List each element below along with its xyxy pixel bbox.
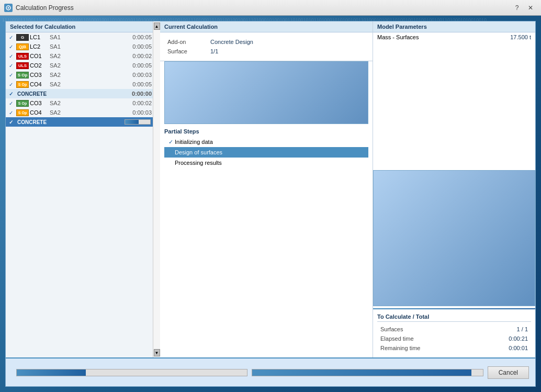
group-label-active: CONCRETE: [15, 119, 125, 125]
row-time: 0:00:00: [126, 91, 152, 97]
check-icon: ✓: [7, 44, 15, 50]
row-name: CO3: [30, 100, 50, 106]
mini-progress-fill: [125, 120, 139, 124]
app-icon: [4, 4, 13, 12]
group-row-concrete2-active[interactable]: ✓ CONCRETE: [6, 117, 153, 127]
row-combo: SA2: [50, 109, 66, 116]
table-row[interactable]: ✓ ULS CO1 SA2 0:00:02: [6, 51, 153, 61]
surfaces-value: 1 / 1: [478, 325, 530, 333]
close-button[interactable]: ✕: [524, 3, 537, 13]
progress-bar-1: [16, 369, 247, 376]
step-processing[interactable]: Processing results: [164, 158, 368, 168]
check-icon: ✓: [7, 53, 15, 59]
badge-uls: ULS: [16, 53, 29, 60]
surface-label: Surface: [165, 47, 207, 55]
check-icon: ✓: [7, 63, 15, 69]
selected-for-calc-header: Selected for Calculation: [6, 21, 153, 32]
row-name: CO1: [30, 53, 50, 59]
row-name: LC2: [30, 43, 50, 50]
to-calc-table: Surfaces 1 / 1 Elapsed time 0:00:21 Rema…: [377, 324, 531, 353]
visualization-area-right: [373, 170, 535, 307]
partial-steps-section: Partial Steps ✓ Initializing data Design…: [160, 128, 373, 172]
calculation-list[interactable]: ✓ G LC1 SA1 0:00:05 ✓ Q|B LC2 SA1: [6, 32, 153, 357]
center-panel: Current Calculation Add-on Concrete Desi…: [160, 21, 373, 357]
dialog-content: Selected for Calculation ✓ G LC1 SA1 0:0…: [6, 21, 535, 357]
row-time: 0:00:05: [126, 43, 152, 50]
row-combo: SA1: [50, 43, 66, 50]
titlebar-controls: ? ✕: [511, 3, 537, 13]
badge-uls2: ULS: [16, 62, 29, 69]
progress-fill-1: [17, 369, 86, 376]
current-calc-info: Add-on Concrete Design Surface 1/1: [160, 32, 373, 61]
mini-progress-bar: [125, 119, 151, 125]
step-label-active: Design of surfaces: [175, 149, 366, 155]
visualization-area: [164, 61, 368, 124]
check-icon: ✓: [7, 82, 15, 87]
check-icon: ✓: [7, 35, 15, 40]
step-design[interactable]: Design of surfaces: [164, 147, 368, 158]
progress-fill-2: [252, 369, 471, 376]
scrollbar[interactable]: ▲ ▼: [153, 21, 160, 357]
model-params-header: Model Parameters: [373, 21, 535, 32]
scroll-down[interactable]: ▼: [154, 349, 160, 356]
elapsed-label: Elapsed time: [378, 334, 477, 343]
badge-sop4: S Op: [16, 109, 29, 116]
row-combo: SA1: [50, 34, 66, 40]
mass-surfaces-row: Mass - Surfaces 17.500 t: [373, 32, 535, 42]
surfaces-row: Surfaces 1 / 1: [378, 325, 530, 333]
remaining-row: Remaining time 0:00:01: [378, 344, 530, 352]
current-calc-header: Current Calculation: [160, 21, 373, 32]
step-initializing[interactable]: ✓ Initializing data: [164, 137, 368, 147]
step-label: Initializing data: [175, 139, 366, 145]
remaining-label: Remaining time: [378, 344, 477, 352]
window-title: Calculation Progress: [16, 4, 74, 12]
badge-g: G: [16, 34, 29, 41]
row-time: 0:00:05: [126, 34, 152, 40]
group-row-concrete1[interactable]: ✓ CONCRETE 0:00:00: [6, 89, 153, 98]
addon-row: Add-on Concrete Design: [165, 38, 367, 46]
remaining-value: 0:00:01: [478, 344, 530, 352]
to-calculate-section: To Calculate / Total Surfaces 1 / 1 Elap…: [373, 309, 535, 357]
addon-value: Concrete Design: [208, 38, 367, 46]
cancel-button[interactable]: Cancel: [488, 366, 529, 379]
check-icon: ✓: [7, 91, 15, 97]
mass-value: 17.500 t: [476, 32, 535, 42]
elapsed-value: 0:00:21: [478, 334, 530, 343]
to-calc-header: To Calculate / Total: [377, 313, 531, 322]
row-time: 0:00:02: [126, 100, 152, 106]
group-label: CONCRETE: [15, 91, 126, 97]
row-combo: SA2: [50, 72, 66, 78]
scroll-up[interactable]: ▲: [154, 23, 160, 30]
badge-sop2: S Op: [16, 81, 29, 88]
row-time: 0:00:05: [126, 62, 152, 69]
check-icon: ✓: [7, 100, 15, 106]
progress-bar-2: [252, 369, 483, 376]
check-icon: ✓: [7, 119, 15, 125]
model-params-section: Mass - Surfaces 17.500 t: [373, 32, 535, 168]
table-row[interactable]: ✓ G LC1 SA1 0:00:05: [6, 32, 153, 42]
row-combo: SA2: [50, 62, 66, 69]
right-panel: Model Parameters Mass - Surfaces 17.500 …: [373, 21, 535, 357]
calc-info-table: Add-on Concrete Design Surface 1/1: [164, 37, 368, 57]
row-time: 0:00:03: [126, 109, 152, 116]
surface-row: Surface 1/1: [165, 47, 367, 55]
row-name: CO2: [30, 62, 50, 69]
partial-steps-header: Partial Steps: [164, 128, 368, 135]
help-button[interactable]: ?: [511, 3, 523, 13]
mass-label: Mass - Surfaces: [373, 32, 476, 42]
badge-sop3: S Op: [16, 100, 29, 107]
main-dialog: Selected for Calculation ✓ G LC1 SA1 0:0…: [5, 21, 536, 387]
elapsed-row: Elapsed time 0:00:21: [378, 334, 530, 343]
table-row[interactable]: ✓ S Op CO3 SA2 0:00:02: [6, 98, 153, 108]
step-check-icon: ✓: [166, 139, 175, 145]
table-row[interactable]: ✓ ULS CO2 SA2 0:00:05: [6, 61, 153, 70]
table-row[interactable]: ✓ S Op CO4 SA2 0:00:03: [6, 108, 153, 117]
table-row[interactable]: ✓ S Op CO3 SA2 0:00:03: [6, 70, 153, 80]
table-row[interactable]: ✓ S Op CO4 SA2 0:00:05: [6, 80, 153, 89]
row-time: 0:00:05: [126, 81, 152, 87]
table-row[interactable]: ✓ Q|B LC2 SA1 0:00:05: [6, 42, 153, 51]
surfaces-label: Surfaces: [378, 325, 477, 333]
row-name: CO3: [30, 72, 50, 78]
row-time: 0:00:02: [126, 53, 152, 59]
svg-point-1: [8, 7, 9, 8]
